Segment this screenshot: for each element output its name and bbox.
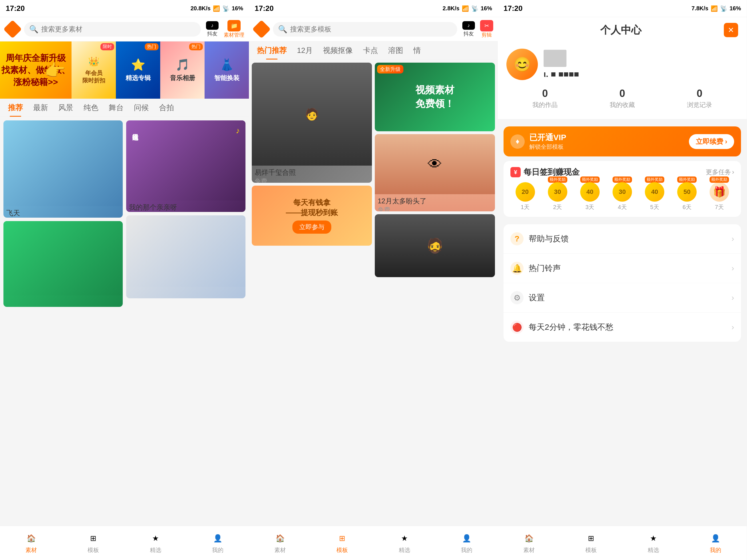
card-mynaqin[interactable]: 我咋活得这么累 ♪ 我的那个亲亲呀 (126, 121, 246, 212)
card-promo[interactable]: 每天有钱拿——提现秒到账 立即参与 (252, 186, 372, 246)
menu-settings[interactable]: ⚙ 设置 › (504, 283, 741, 313)
card-darkguy[interactable]: 🧔 (375, 214, 495, 277)
template-grid: 🧑 易烊千玺合照 免费 每天有钱拿——提现秒到账 立即参与 (249, 60, 498, 526)
tab-scenery[interactable]: 风景 (53, 99, 78, 117)
day-4-label: 4天 (618, 203, 626, 211)
day-6-label: 6天 (682, 203, 692, 211)
signal-icon-p: 📶 (711, 5, 718, 12)
tiktok-icon-template[interactable]: ♪ 抖友 (461, 21, 476, 37)
day-7-gift: 🎁 (710, 182, 729, 202)
edit-icon-template[interactable]: ✂ 剪辑 (480, 20, 493, 38)
banner-main[interactable]: 周年庆全新升级找素材、做特效、涨粉秘籍>> 👉 (0, 42, 72, 99)
banner-card-selected[interactable]: 热门 ⭐ 精选专辑 (116, 42, 160, 99)
settings-icon: ⚙ (510, 291, 523, 304)
day-3[interactable]: 额外奖励 40 3天 (575, 182, 604, 211)
template-panel: 17:20 2.8K/s 📶 📡 16% 🔍 ♪ 抖友 ✂ 剪辑 (249, 0, 498, 560)
close-button[interactable]: ✕ (724, 23, 738, 37)
card-river[interactable] (3, 221, 123, 307)
tab-dissolve[interactable]: 溶图 (383, 42, 408, 59)
day-2-badge: 额外奖励 (548, 177, 567, 183)
mgmt-icon-box: 📁 (228, 20, 240, 31)
nav-material-home[interactable]: 🏠 素材 (0, 526, 62, 560)
daily-money-arrow-icon: › (731, 323, 734, 332)
diamond-icon (3, 20, 22, 38)
search-input-material[interactable] (41, 25, 196, 33)
bottom-nav-material: 🏠 素材 ⊞ 模板 ★ 精选 👤 我的 (0, 526, 249, 560)
day-2[interactable]: 额外奖励 30 2天 (543, 182, 572, 211)
search-wrap-template[interactable]: 🔍 (273, 22, 457, 36)
username: ι. ■ ■■■■ (544, 69, 579, 79)
tiktok-icon-material[interactable]: ♪ 抖友 (204, 21, 220, 37)
tab-greeting[interactable]: 问候 (129, 99, 154, 117)
tiktok-logo-template: ♪ (462, 21, 475, 30)
day-2-coin: 30 (548, 182, 567, 202)
day-6-badge: 额外奖励 (677, 177, 697, 183)
card-yixiang[interactable]: 🧑 易烊千玺合照 免费 (252, 63, 372, 183)
tab-stage[interactable]: 舞台 (104, 99, 129, 117)
tab-video-portrait[interactable]: 视频抠像 (318, 42, 358, 59)
nav-tmpl-template[interactable]: ⊞ 模板 (311, 526, 374, 560)
material-content: 周年庆全新升级找素材、做特效、涨粉秘籍>> 👉 限时 👑 年会员限时折扣 热门 … (0, 42, 249, 526)
more-arrow-icon: › (732, 168, 734, 176)
network-speed-template: 2.8K/s (443, 5, 460, 12)
day-4[interactable]: 额外奖励 30 4天 (608, 182, 637, 211)
nav-material-mine[interactable]: 👤 我的 (187, 526, 249, 560)
tab-recommend[interactable]: 推荐 (3, 99, 28, 117)
vip-btn-arrow: › (725, 138, 727, 145)
vip-card-text: 年会员限时折扣 (82, 69, 105, 84)
card-feitain[interactable]: 飞天 (3, 121, 123, 218)
promo-btn[interactable]: 立即参与 (292, 220, 331, 234)
tab-dec[interactable]: 12月 (292, 42, 318, 59)
nav-personal-mine[interactable]: 👤 我的 (685, 526, 747, 560)
banner-card-music[interactable]: 热门 🎵 音乐相册 (160, 42, 205, 99)
nav-material-template[interactable]: ⊞ 模板 (62, 526, 125, 560)
nav-selected-label: 精选 (150, 546, 161, 554)
tab-latest[interactable]: 最新 (28, 99, 53, 117)
day-7[interactable]: 额外奖励 🎁 7天 (705, 182, 734, 211)
search-wrap-material[interactable]: 🔍 (24, 22, 201, 36)
user-avatar[interactable]: 😊 (507, 49, 538, 80)
search-input-template[interactable] (290, 25, 452, 33)
vip-card[interactable]: ♦ 已开通VIP 解锁全部模板 立即续费 › (504, 127, 741, 156)
material-mgmt-icon[interactable]: 📁 素材管理 (224, 20, 244, 38)
vip-renew-btn[interactable]: 立即续费 › (689, 134, 734, 149)
stat-works[interactable]: 0 我的作品 (507, 85, 584, 112)
nav-tmpl-mine[interactable]: 👤 我的 (436, 526, 498, 560)
nav-personal-template[interactable]: ⊞ 模板 (560, 526, 622, 560)
day-1[interactable]: 20 1天 (510, 182, 540, 211)
nav-mine-icon: 👤 (211, 532, 224, 544)
selected-card-text: 精选专辑 (126, 74, 151, 82)
stat-history[interactable]: 0 浏览记录 (661, 85, 738, 112)
tab-kaclick[interactable]: 卡点 (358, 42, 383, 59)
nav-material-icon: 🏠 (25, 532, 37, 544)
tab-pure[interactable]: 纯色 (78, 99, 104, 117)
nav-tmpl-selected[interactable]: ★ 精选 (374, 526, 436, 560)
banner-card-vip[interactable]: 限时 👑 年会员限时折扣 (72, 42, 116, 99)
card-winter[interactable] (126, 215, 246, 298)
nav-personal-selected[interactable]: ★ 精选 (622, 526, 685, 560)
nav-tmpl-home[interactable]: 🏠 素材 (249, 526, 311, 560)
checkin-header: ¥ 每日签到赚现金 更多任务 › (510, 167, 734, 178)
card-december[interactable]: 👁 12月太多盼头了 免费 (375, 134, 495, 211)
tab-collab[interactable]: 合拍 (154, 99, 179, 117)
music-card-text: 音乐相册 (170, 74, 195, 82)
tab-mood[interactable]: 情 (408, 42, 426, 59)
menu-help[interactable]: ? 帮助与反馈 › (504, 224, 741, 254)
card-video-free[interactable]: 全新升级 视频素材免费领！ (375, 63, 495, 131)
nav-material-selected[interactable]: ★ 精选 (125, 526, 187, 560)
day-6[interactable]: 额外奖励 50 6天 (672, 182, 702, 211)
nav-personal-home[interactable]: 🏠 素材 (498, 526, 560, 560)
stat-collect[interactable]: 0 我的收藏 (584, 85, 661, 112)
time-material: 17:20 (6, 4, 25, 13)
tab-hot[interactable]: 热门推荐 (252, 42, 292, 59)
more-tasks-btn[interactable]: 更多任务 › (706, 168, 734, 177)
search-icon-template: 🔍 (278, 25, 287, 34)
menu-daily-money[interactable]: 🔴 每天2分钟，零花钱不愁 › (504, 313, 741, 342)
menu-ringtone[interactable]: 🔔 热门铃声 › (504, 254, 741, 283)
day-7-label: 7天 (715, 203, 724, 211)
promo-text: 每天有钱拿——提现秒到账 (286, 197, 338, 218)
banner-card-costume[interactable]: 👗 智能换装 (205, 42, 249, 99)
day-3-badge: 额外奖励 (580, 177, 600, 183)
day-4-badge: 额外奖励 (613, 177, 632, 183)
day-5[interactable]: 额外奖励 40 5天 (640, 182, 669, 211)
